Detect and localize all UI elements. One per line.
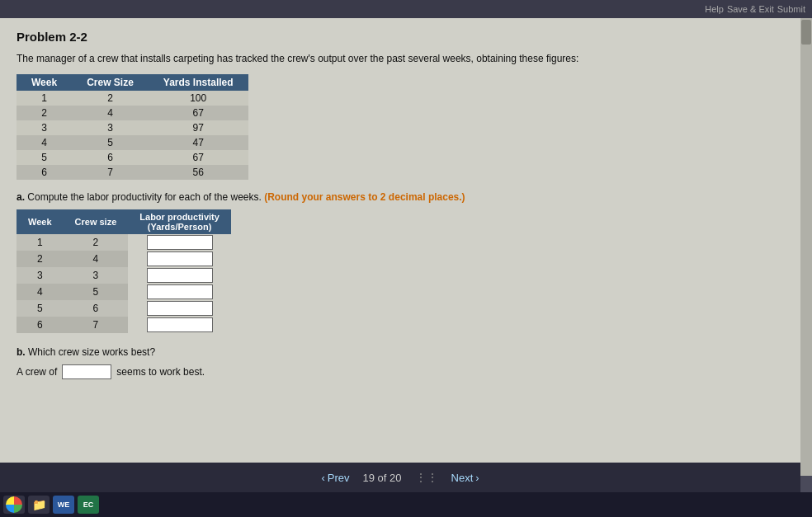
col-week-header: Week — [17, 74, 72, 91]
labor-productivity-cell[interactable] — [128, 234, 231, 251]
excel-button[interactable]: E​C — [78, 496, 99, 514]
grid-icon: ⋮⋮ — [415, 471, 438, 484]
answer-crew: 6 — [64, 300, 129, 317]
prev-chevron: ‹ — [321, 472, 324, 484]
next-button[interactable]: Next › — [451, 472, 479, 484]
table-cell: 6 — [17, 165, 72, 180]
part-a-text: Compute the labor productivity for each … — [27, 191, 261, 203]
answer-row: 24 — [17, 251, 231, 267]
next-chevron: › — [475, 472, 479, 484]
crew-answer-row: A crew of seems to work best. — [17, 364, 795, 379]
ans-crew-header: Crew size — [64, 209, 129, 234]
answer-week: 3 — [17, 267, 64, 284]
word-button[interactable]: W​E — [53, 496, 74, 514]
help-button[interactable]: Help — [705, 4, 724, 14]
part-a-label: a. Compute the labor productivity for ea… — [17, 191, 795, 203]
main-content-area: Problem 2-2 The manager of a crew that i… — [0, 18, 812, 476]
table-cell: 3 — [72, 120, 149, 135]
part-b-bold: b. — [17, 346, 26, 358]
answer-crew: 5 — [64, 284, 129, 300]
table-row: 6756 — [17, 165, 248, 180]
table-cell: 7 — [72, 165, 149, 180]
table-row: 12100 — [17, 91, 248, 106]
table-cell: 2 — [17, 106, 72, 120]
answer-week: 4 — [17, 284, 64, 300]
labor-productivity-cell[interactable] — [128, 317, 231, 333]
labor-productivity-input-1[interactable] — [147, 235, 213, 250]
answer-crew: 2 — [64, 234, 129, 251]
chrome-icon — [6, 496, 22, 513]
table-row: 4547 — [17, 135, 248, 150]
nav-bar: ‹ Prev 19 of 20 ⋮⋮ Next › — [0, 463, 800, 492]
table-cell: 3 — [17, 120, 72, 135]
labor-productivity-input-5[interactable] — [147, 301, 213, 316]
labor-productivity-input-3[interactable] — [147, 268, 213, 283]
files-button[interactable]: 📁 — [28, 496, 50, 514]
table-cell: 67 — [149, 106, 248, 120]
labor-productivity-input-6[interactable] — [147, 317, 213, 332]
table-cell: 56 — [149, 165, 248, 180]
labor-productivity-cell[interactable] — [128, 267, 231, 284]
answer-row: 12 — [17, 234, 231, 251]
table-cell: 4 — [72, 106, 149, 120]
table-row: 3397 — [17, 120, 248, 135]
part-b-label: b. Which crew size works best? — [17, 346, 795, 358]
next-label: Next — [451, 472, 474, 484]
labor-productivity-input-2[interactable] — [147, 251, 213, 266]
folder-icon: 📁 — [32, 498, 46, 511]
table-row: 2467 — [17, 106, 248, 120]
excel-icon: E​C — [83, 501, 94, 509]
answer-table: Week Crew size Labor productivity(Yards/… — [17, 209, 231, 333]
save-exit-button[interactable]: Save & Exit — [727, 4, 774, 14]
prev-button[interactable]: ‹ Prev — [321, 472, 349, 484]
labor-productivity-cell[interactable] — [128, 300, 231, 317]
labor-productivity-cell[interactable] — [128, 251, 231, 267]
answer-week: 1 — [17, 234, 64, 251]
part-b-section: b. Which crew size works best? A crew of… — [17, 346, 795, 379]
taskbar: 📁 W​E E​C — [0, 492, 812, 517]
problem-description: The manager of a crew that installs carp… — [17, 52, 795, 66]
answer-row: 45 — [17, 284, 231, 300]
answer-crew: 3 — [64, 267, 129, 284]
ans-labor-header: Labor productivity(Yards/Person) — [128, 209, 231, 234]
answer-row: 56 — [17, 300, 231, 317]
labor-productivity-input-4[interactable] — [147, 284, 213, 299]
crew-suffix: seems to work best. — [116, 366, 205, 378]
answer-crew: 4 — [64, 251, 129, 267]
scroll-thumb[interactable] — [801, 20, 811, 45]
answer-week: 6 — [17, 317, 64, 333]
current-page: 19 — [362, 472, 374, 484]
data-table: Week Crew Size Yards Installed 121002467… — [17, 74, 248, 180]
col-yards-header: Yards Installed — [149, 74, 248, 91]
word-icon: W​E — [58, 501, 70, 509]
col-crew-header: Crew Size — [72, 74, 149, 91]
table-cell: 5 — [72, 135, 149, 150]
part-b-text: Which crew size works best? — [28, 346, 155, 358]
table-cell: 4 — [17, 135, 72, 150]
answer-crew: 7 — [64, 317, 129, 333]
table-cell: 100 — [149, 91, 248, 106]
page-info: 19 of 20 — [362, 472, 401, 484]
crew-prefix: A crew of — [17, 366, 57, 378]
scrollbar[interactable] — [800, 18, 812, 476]
answer-row: 67 — [17, 317, 231, 333]
answer-week: 5 — [17, 300, 64, 317]
chrome-button[interactable] — [3, 496, 25, 514]
table-cell: 67 — [149, 150, 248, 165]
page-of: of — [378, 472, 389, 484]
table-row: 5667 — [17, 150, 248, 165]
table-cell: 1 — [17, 91, 72, 106]
total-pages: 20 — [389, 472, 401, 484]
prev-label: Prev — [328, 472, 350, 484]
table-cell: 2 — [72, 91, 149, 106]
answer-week: 2 — [17, 251, 64, 267]
submit-button[interactable]: Submit — [777, 4, 805, 14]
problem-title: Problem 2-2 — [17, 30, 795, 44]
labor-productivity-cell[interactable] — [128, 284, 231, 300]
crew-answer-input[interactable] — [62, 364, 111, 379]
table-cell: 47 — [149, 135, 248, 150]
ans-week-header: Week — [17, 209, 64, 234]
part-a-bold: a. — [17, 191, 25, 203]
table-cell: 97 — [149, 120, 248, 135]
table-cell: 6 — [72, 150, 149, 165]
